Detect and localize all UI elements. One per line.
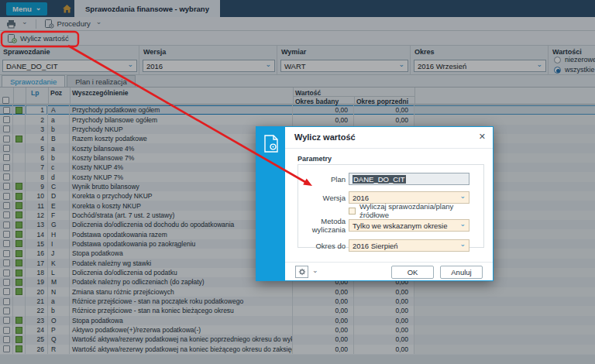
- app-window: Menu ⌄ Sprawozdania finansowe - wybrany …: [0, 0, 595, 364]
- close-icon[interactable]: ✕: [479, 132, 486, 142]
- parameters-groupbox: Plan DANE_DO_CIT Wersja 2016 ⌄ Wyliczaj …: [298, 164, 484, 248]
- dialog-settings-button[interactable]: [295, 266, 308, 278]
- chevron-down-icon: ⌄: [459, 194, 466, 198]
- dialog-footer: ⌄ OK Anuluj: [285, 263, 493, 281]
- wersja-field-label: Wersja: [298, 194, 346, 202]
- parametry-section-label: Parametry: [298, 155, 332, 163]
- ok-button[interactable]: OK: [391, 266, 434, 279]
- wylicz-wartosc-dialog: Wylicz wartość ✕ Parametry Plan DANE_DO_…: [256, 126, 494, 281]
- anuluj-button[interactable]: Anuluj: [440, 266, 483, 279]
- metoda-wyliczania-dropdown[interactable]: Tylko we wskazanym okresie ⌄: [349, 219, 469, 232]
- dialog-side-strip: [256, 127, 285, 280]
- dialog-title: Wylicz wartość: [294, 132, 356, 142]
- checkbox-icon: [349, 208, 356, 215]
- dialog-body: Wylicz wartość ✕ Parametry Plan DANE_DO_…: [285, 127, 493, 280]
- plan-field-label: Plan: [298, 175, 346, 184]
- document-gear-icon: [262, 134, 280, 154]
- gear-icon: [298, 268, 306, 276]
- okres-do-dropdown[interactable]: 2016 Sierpień ⌄: [349, 239, 469, 252]
- okres-do-field-label: Okres do: [298, 242, 346, 250]
- chevron-down-icon: ⌄: [312, 269, 318, 273]
- chevron-down-icon: ⌄: [459, 222, 466, 226]
- plan-input[interactable]: DANE_DO_CIT: [349, 173, 469, 185]
- wyliczaj-zrodlowe-checkbox[interactable]: Wyliczaj sprawozdania/plany źródłowe: [349, 206, 483, 215]
- chevron-down-icon: ⌄: [459, 242, 466, 246]
- metoda-field-label: Metoda wyliczania: [298, 217, 346, 234]
